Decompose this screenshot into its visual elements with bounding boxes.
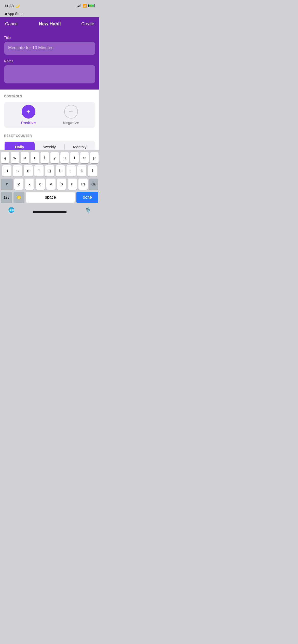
key-u[interactable]: u — [60, 152, 69, 163]
control-type-selector: + Positive − Negative — [4, 102, 95, 128]
wifi-icon: 📶 — [83, 4, 87, 8]
key-f[interactable]: f — [34, 165, 44, 177]
negative-circle-icon: − — [64, 105, 78, 119]
microphone-icon[interactable]: 🎙️ — [85, 207, 91, 213]
form-area: Title Meditate for 10 Minutes Notes — [0, 31, 99, 90]
notes-input[interactable] — [4, 65, 95, 83]
key-p[interactable]: p — [90, 152, 99, 163]
key-w[interactable]: w — [11, 152, 19, 163]
key-d[interactable]: d — [24, 165, 33, 177]
key-q[interactable]: q — [1, 152, 9, 163]
signal-icon — [77, 4, 81, 7]
keyboard-row-1: q w e r t y u i o p — [1, 152, 98, 163]
negative-button[interactable]: − Negative — [50, 105, 92, 125]
key-s[interactable]: s — [13, 165, 22, 177]
cancel-button[interactable]: Cancel — [5, 21, 19, 26]
shift-key[interactable]: ⇧ — [1, 179, 13, 190]
keyboard-row-2: a s d f g h j k l — [1, 165, 98, 177]
key-l[interactable]: l — [88, 165, 97, 177]
title-input[interactable]: Meditate for 10 Minutes — [4, 42, 95, 55]
positive-button[interactable]: + Positive — [7, 105, 50, 125]
status-bar: 11.23 🌙 📶 ⚡ — [0, 0, 99, 11]
back-button[interactable]: ◀ App Store — [4, 12, 23, 16]
positive-label: Positive — [21, 121, 36, 125]
keyboard-row-3: ⇧ z x c v b n m ⌫ — [1, 179, 98, 190]
key-a[interactable]: a — [2, 165, 11, 177]
delete-key[interactable]: ⌫ — [89, 179, 98, 190]
keyboard-row-4: 123 🙂 space done — [1, 192, 98, 203]
done-key[interactable]: done — [76, 192, 98, 203]
keyboard: q w e r t y u i o p a s d f g h j k l ⇧ … — [0, 150, 99, 215]
globe-icon[interactable]: 🌐 — [8, 207, 15, 213]
key-v[interactable]: v — [46, 179, 56, 190]
space-key[interactable]: space — [26, 192, 75, 203]
key-z[interactable]: z — [14, 179, 23, 190]
key-r[interactable]: r — [31, 152, 39, 163]
key-k[interactable]: k — [77, 165, 86, 177]
key-c[interactable]: c — [36, 179, 45, 190]
home-indicator — [33, 211, 67, 213]
key-h[interactable]: h — [56, 165, 65, 177]
create-button[interactable]: Create — [81, 21, 94, 26]
key-j[interactable]: j — [66, 165, 76, 177]
notes-label: Notes — [4, 59, 95, 63]
key-e[interactable]: e — [21, 152, 29, 163]
key-o[interactable]: o — [80, 152, 89, 163]
key-i[interactable]: i — [70, 152, 79, 163]
battery-icon: ⚡ — [88, 4, 95, 7]
key-t[interactable]: t — [40, 152, 49, 163]
emoji-key[interactable]: 🙂 — [13, 192, 24, 203]
key-b[interactable]: b — [57, 179, 66, 190]
keyboard-bottom-bar: 🌐 🎙️ — [1, 205, 98, 214]
key-m[interactable]: m — [78, 179, 88, 190]
numbers-key[interactable]: 123 — [1, 192, 12, 203]
nav-bar: Cancel New Habit Create — [0, 17, 99, 31]
key-y[interactable]: y — [50, 152, 59, 163]
key-n[interactable]: n — [68, 179, 77, 190]
negative-label: Negative — [63, 121, 79, 125]
reset-section-label: RESET COUNTER — [4, 134, 95, 138]
time: 11.23 — [4, 4, 14, 8]
positive-circle-icon: + — [22, 105, 35, 119]
key-x[interactable]: x — [25, 179, 34, 190]
controls-section-label: CONTROLS — [4, 95, 95, 98]
moon-icon: 🌙 — [15, 4, 20, 8]
key-g[interactable]: g — [45, 165, 54, 177]
reset-counter-section: RESET COUNTER Daily Weekly Monthly — [4, 134, 95, 152]
title-label: Title — [4, 36, 95, 40]
page-title: New Habit — [39, 21, 61, 27]
